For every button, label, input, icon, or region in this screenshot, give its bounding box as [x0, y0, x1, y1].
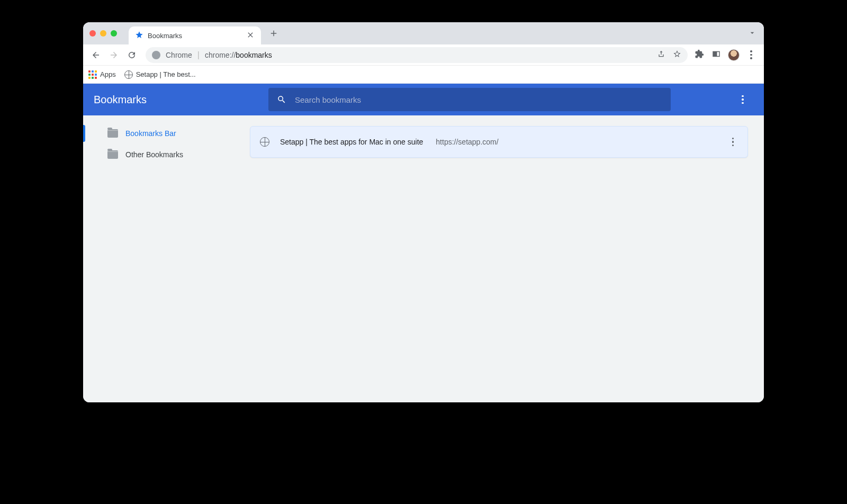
bookmark-star-outline-icon[interactable] [672, 50, 682, 60]
page-title: Bookmarks [94, 94, 268, 106]
address-bar[interactable]: Chrome | chrome://bookmarks [146, 47, 688, 63]
bookmarks-list: Setapp | The best apps for Mac in one su… [250, 115, 764, 402]
folder-bookmarks-bar[interactable]: Bookmarks Bar [83, 123, 250, 144]
toolbar-right [694, 49, 759, 61]
minimize-window-button[interactable] [100, 30, 106, 37]
side-panel-icon[interactable] [711, 49, 722, 60]
folder-label: Other Bookmarks [125, 150, 183, 159]
tab-close-button[interactable] [246, 31, 255, 41]
apps-label: Apps [100, 70, 116, 78]
folder-other-bookmarks[interactable]: Other Bookmarks [83, 144, 250, 165]
search-bookmarks-field[interactable] [268, 88, 671, 111]
folder-label: Bookmarks Bar [125, 129, 176, 138]
extensions-icon[interactable] [694, 49, 705, 60]
bookmark-bar-item-label: Setapp | The best... [136, 70, 196, 78]
bookmark-row[interactable]: Setapp | The best apps for Mac in one su… [250, 126, 748, 158]
browser-tab[interactable]: Bookmarks [129, 26, 261, 44]
folder-icon [107, 129, 118, 138]
site-info-icon[interactable] [152, 51, 160, 59]
tab-title: Bookmarks [148, 32, 242, 40]
share-icon[interactable] [656, 50, 666, 60]
active-folder-indicator [83, 125, 85, 142]
bookmark-url: https://setapp.com/ [436, 138, 498, 146]
browser-toolbar: Chrome | chrome://bookmarks [83, 44, 764, 66]
globe-icon [260, 137, 269, 147]
bookmarks-bar: Apps Setapp | The best... [83, 66, 764, 84]
bookmarks-content: Bookmarks Bar Other Bookmarks Setapp | T… [83, 115, 764, 402]
maximize-window-button[interactable] [111, 30, 117, 37]
tabs-dropdown-button[interactable] [748, 29, 756, 39]
omnibox-url: chrome://bookmarks [205, 51, 272, 59]
search-input[interactable] [295, 95, 662, 104]
apps-grid-icon [88, 70, 97, 79]
close-window-button[interactable] [89, 30, 96, 37]
bookmark-bar-item[interactable]: Setapp | The best... [124, 70, 196, 79]
bookmarks-app-header: Bookmarks [83, 84, 764, 115]
search-icon [277, 95, 286, 104]
profile-avatar[interactable] [728, 49, 740, 61]
new-tab-button[interactable] [266, 26, 281, 41]
reload-button[interactable] [124, 48, 139, 62]
browser-menu-button[interactable] [746, 50, 756, 59]
bookmark-title: Setapp | The best apps for Mac in one su… [280, 138, 423, 146]
folder-icon [107, 150, 118, 159]
omnibox-app-label: Chrome [166, 51, 192, 59]
back-button[interactable] [88, 48, 103, 62]
folders-sidebar: Bookmarks Bar Other Bookmarks [83, 115, 250, 402]
tab-strip: Bookmarks [83, 22, 764, 44]
bookmark-actions-button[interactable] [728, 133, 738, 151]
bookmark-star-icon [135, 31, 143, 41]
bookmarks-menu-button[interactable] [732, 89, 753, 110]
globe-icon [124, 70, 133, 79]
omnibox-divider: | [197, 50, 200, 60]
browser-window: Bookmarks Chrome | chrome://bookmarks [83, 22, 764, 402]
forward-button[interactable] [106, 48, 121, 62]
window-controls [89, 30, 117, 37]
apps-shortcut[interactable]: Apps [88, 70, 116, 79]
